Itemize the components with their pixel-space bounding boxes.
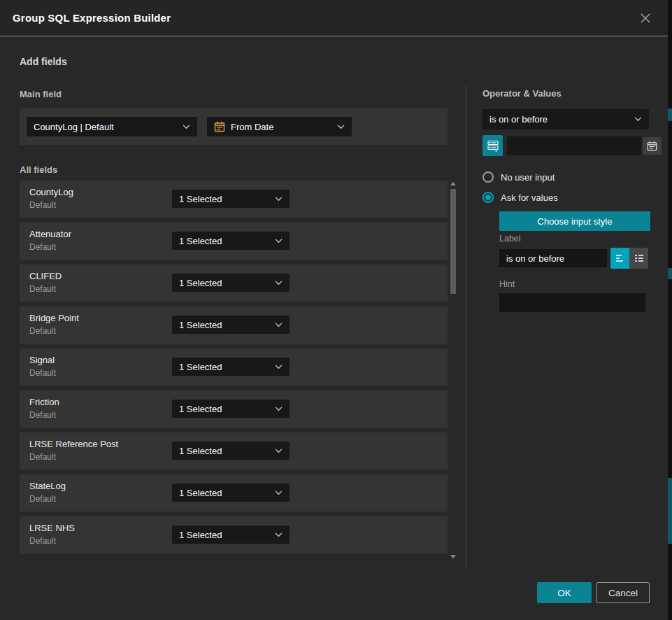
field-selection-dropdown[interactable]: 1 Selected [172, 400, 289, 418]
field-name: Bridge Point [29, 313, 79, 323]
chevron-down-icon [275, 281, 283, 286]
operator-values-heading: Operator & Values [482, 88, 562, 99]
chevron-down-icon [183, 125, 190, 129]
main-field-dropdown[interactable]: From Date [207, 117, 352, 136]
label-input[interactable] [499, 249, 607, 267]
operator-dropdown[interactable]: is on or before [482, 109, 649, 129]
main-field-panel: CountyLog | Default From Date [20, 108, 448, 145]
field-row: LRSE NHS Default 1 Selected [20, 516, 448, 554]
background-app-sliver [668, 478, 672, 544]
operator-dropdown-value: is on or before [489, 114, 634, 125]
radio-label: No user input [501, 172, 555, 183]
field-name: CountyLog [29, 187, 73, 197]
calendar-icon [647, 141, 657, 151]
field-name: CLIFED [29, 271, 62, 281]
field-selection-dropdown[interactable]: 1 Selected [172, 526, 289, 544]
field-subtitle: Default [29, 242, 56, 252]
list-scrollbar[interactable] [450, 181, 457, 558]
screen: Group SQL Expression Builder Add fields … [0, 0, 672, 620]
field-row: LRSE Reference Post Default 1 Selected [20, 432, 448, 470]
field-row: Friction Default 1 Selected [20, 390, 448, 428]
radio-ask-for-values[interactable]: Ask for values [482, 191, 558, 204]
chevron-down-icon [275, 491, 283, 495]
chevron-down-icon [275, 407, 283, 411]
field-selection-dropdown-label: 1 Selected [179, 488, 275, 498]
radio-circle-icon [482, 171, 494, 183]
field-row: Signal Default 1 Selected [20, 348, 448, 386]
main-field-heading: Main field [20, 89, 62, 99]
hint-input[interactable] [499, 293, 645, 312]
list-input-style-button[interactable] [629, 248, 648, 269]
cancel-button[interactable]: Cancel [596, 582, 650, 603]
close-button[interactable] [636, 8, 655, 28]
layer-dropdown[interactable]: CountyLog | Default [27, 117, 197, 136]
field-selection-dropdown[interactable]: 1 Selected [172, 316, 289, 334]
field-name: Attenuator [29, 229, 71, 239]
all-fields-list: CountyLog Default 1 Selected Attenuator … [20, 181, 448, 556]
unique-values-button[interactable] [482, 135, 503, 156]
field-selection-dropdown-label: 1 Selected [179, 446, 275, 456]
field-name: StateLog [29, 481, 66, 491]
field-selection-dropdown[interactable]: 1 Selected [172, 274, 289, 292]
field-subtitle: Default [29, 494, 56, 504]
background-app-edge [668, 0, 672, 620]
field-subtitle: Default [29, 284, 56, 294]
date-picker-button[interactable] [643, 137, 662, 155]
field-subtitle: Default [29, 536, 56, 546]
hint-field-label: Hint [499, 279, 515, 289]
scrollbar-up-arrow-icon[interactable] [450, 182, 456, 185]
field-subtitle: Default [29, 410, 56, 420]
field-selection-dropdown[interactable]: 1 Selected [172, 442, 289, 460]
chevron-down-icon [275, 449, 283, 453]
radio-circle-icon [482, 192, 494, 203]
stacked-values-icon [487, 139, 499, 152]
field-selection-dropdown-label: 1 Selected [179, 278, 275, 288]
ok-button[interactable]: OK [537, 582, 592, 603]
field-subtitle: Default [29, 452, 56, 462]
scrollbar-thumb[interactable] [450, 189, 456, 294]
chevron-down-icon [275, 365, 283, 369]
field-row: CountyLog Default 1 Selected [20, 181, 448, 218]
field-name: LRSE NHS [29, 523, 75, 533]
all-fields-heading: All fields [20, 164, 57, 175]
field-selection-dropdown-label: 1 Selected [179, 530, 275, 540]
chevron-down-icon [634, 117, 642, 122]
field-subtitle: Default [29, 368, 56, 378]
dialog-header: Group SQL Expression Builder [0, 0, 668, 36]
main-field-dropdown-value: From Date [231, 122, 331, 132]
field-name: LRSE Reference Post [29, 439, 118, 449]
field-subtitle: Default [29, 200, 56, 210]
field-row: Bridge Point Default 1 Selected [20, 307, 448, 344]
field-name: Friction [29, 397, 59, 407]
value-input-row [482, 135, 649, 156]
group-sql-expression-builder-dialog: Group SQL Expression Builder Add fields … [0, 0, 668, 620]
value-input[interactable] [507, 136, 641, 155]
radio-no-user-input[interactable]: No user input [482, 171, 555, 183]
field-row: CLIFED Default 1 Selected [20, 265, 448, 302]
align-left-icon [614, 252, 627, 265]
field-selection-dropdown-label: 1 Selected [179, 194, 275, 204]
field-selection-dropdown-label: 1 Selected [179, 404, 275, 414]
field-row: Attenuator Default 1 Selected [20, 223, 448, 260]
dialog-title: Group SQL Expression Builder [13, 12, 171, 24]
layer-dropdown-value: CountyLog | Default [34, 122, 183, 132]
chevron-down-icon [275, 239, 283, 244]
field-selection-dropdown[interactable]: 1 Selected [172, 484, 289, 502]
background-app-sliver [668, 268, 672, 279]
single-input-style-button[interactable] [610, 248, 629, 269]
close-icon [639, 12, 652, 24]
label-field-label: Label [499, 234, 521, 244]
field-selection-dropdown[interactable]: 1 Selected [172, 190, 289, 208]
field-selection-dropdown-label: 1 Selected [179, 320, 275, 330]
add-fields-heading: Add fields [20, 56, 67, 67]
field-selection-dropdown-label: 1 Selected [179, 236, 275, 246]
chevron-down-icon [275, 323, 283, 327]
field-selection-dropdown[interactable]: 1 Selected [172, 232, 289, 250]
field-name: Signal [29, 355, 55, 365]
vertical-divider [466, 86, 466, 568]
field-selection-dropdown[interactable]: 1 Selected [172, 358, 289, 376]
choose-input-style-button[interactable]: Choose input style [499, 211, 650, 231]
chevron-down-icon [275, 197, 283, 202]
field-selection-dropdown-label: 1 Selected [179, 362, 275, 372]
scrollbar-down-arrow-icon[interactable] [450, 555, 456, 558]
